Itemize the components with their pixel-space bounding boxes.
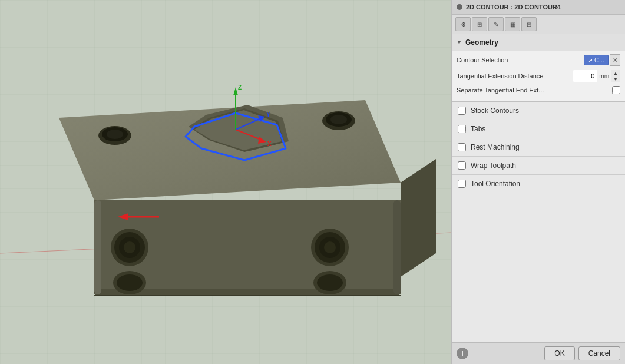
tabs-checkbox[interactable]	[458, 125, 466, 133]
separate-tangential-label: Separate Tangential End Ext...	[457, 87, 612, 94]
rest-machining-checkbox[interactable]	[458, 143, 466, 151]
svg-point-28	[317, 274, 343, 291]
panel-title: 2D CONTOUR : 2D CONTOUR4	[466, 4, 561, 11]
tangential-ext-label: Tangential Extension Distance	[457, 72, 573, 80]
tangential-value-input[interactable]	[573, 70, 597, 82]
panel-header: 2D CONTOUR : 2D CONTOUR4	[452, 0, 625, 15]
rest-machining-row[interactable]: Rest Machining	[452, 138, 625, 157]
info-button[interactable]: i	[457, 348, 468, 359]
svg-point-26	[117, 274, 143, 291]
tangential-ext-row: Tangential Extension Distance mm ▲ ▼	[457, 70, 620, 82]
grid-icon[interactable]: ⊟	[521, 17, 537, 31]
svg-point-24	[324, 241, 336, 253]
cancel-button[interactable]: Cancel	[578, 346, 620, 360]
contour-selection-control: ↗ C... ✕	[584, 54, 620, 66]
properties-panel: 2D CONTOUR : 2D CONTOUR4 ⚙ ⊞ ✎ ▦ ⊟ ▼ Geo…	[451, 0, 625, 364]
tool-orientation-row[interactable]: Tool Orientation	[452, 175, 625, 193]
tangential-ext-control: mm ▲ ▼	[573, 70, 620, 82]
wrap-toolpath-checkbox[interactable]	[458, 161, 466, 170]
contour-selection-label: Contour Selection	[457, 57, 584, 64]
tool-orientation-label: Tool Orientation	[471, 180, 520, 188]
svg-rect-8	[94, 200, 101, 294]
wrap-toolpath-label: Wrap Toolpath	[471, 161, 516, 170]
contour-selection-row: Contour Selection ↗ C... ✕	[457, 54, 620, 66]
tangential-unit: mm	[597, 70, 611, 82]
tabs-label: Tabs	[471, 125, 485, 133]
svg-text:Z: Z	[238, 84, 242, 91]
tangential-increment-button[interactable]: ▲	[611, 70, 620, 76]
tangential-decrement-button[interactable]: ▼	[611, 76, 620, 82]
separate-tangential-checkbox[interactable]	[612, 86, 620, 94]
tool-orientation-checkbox[interactable]	[458, 180, 466, 188]
contour-selection-button[interactable]: ↗ C...	[584, 55, 609, 65]
panel-body: ▼ Geometry Contour Selection ↗ C... ✕	[452, 34, 625, 342]
panel-toolbar: ⚙ ⊞ ✎ ▦ ⊟	[452, 15, 625, 34]
stock-contours-row[interactable]: Stock Contours	[452, 102, 625, 120]
contour-clear-button[interactable]: ✕	[610, 54, 620, 66]
svg-rect-9	[393, 200, 401, 294]
svg-point-20	[124, 241, 135, 253]
stock-contours-label: Stock Contours	[471, 107, 519, 115]
chevron-down-icon: ▼	[457, 39, 462, 45]
rest-machining-label: Rest Machining	[471, 143, 520, 151]
separate-tangential-control	[612, 86, 620, 94]
tool-icon[interactable]: ⚙	[455, 17, 471, 31]
layers-icon[interactable]: ⊞	[472, 17, 487, 31]
header-dot	[457, 4, 462, 10]
geometry-section-header[interactable]: ▼ Geometry	[452, 34, 625, 51]
svg-text:Y: Y	[266, 111, 270, 118]
svg-text:X: X	[267, 141, 272, 147]
edit-icon[interactable]: ✎	[488, 17, 504, 31]
wrap-toolpath-row[interactable]: Wrap Toolpath	[452, 157, 625, 175]
table-icon[interactable]: ▦	[505, 17, 520, 31]
svg-point-13	[107, 130, 123, 139]
geometry-section-body: Contour Selection ↗ C... ✕ Tangential Ex…	[452, 51, 625, 101]
geometry-label: Geometry	[465, 38, 498, 47]
separate-tangential-row: Separate Tangential End Ext...	[457, 86, 620, 94]
tangential-input-wrap: mm ▲ ▼	[573, 70, 620, 82]
tangential-spinner: ▲ ▼	[611, 70, 620, 82]
viewport-3d[interactable]: Z Y X	[0, 0, 451, 364]
tabs-row[interactable]: Tabs	[452, 120, 625, 138]
svg-point-16	[330, 115, 347, 124]
stock-contours-checkbox[interactable]	[458, 107, 466, 115]
panel-footer: i OK Cancel	[452, 342, 625, 364]
geometry-section: ▼ Geometry Contour Selection ↗ C... ✕	[452, 34, 625, 102]
ok-button[interactable]: OK	[544, 346, 574, 360]
